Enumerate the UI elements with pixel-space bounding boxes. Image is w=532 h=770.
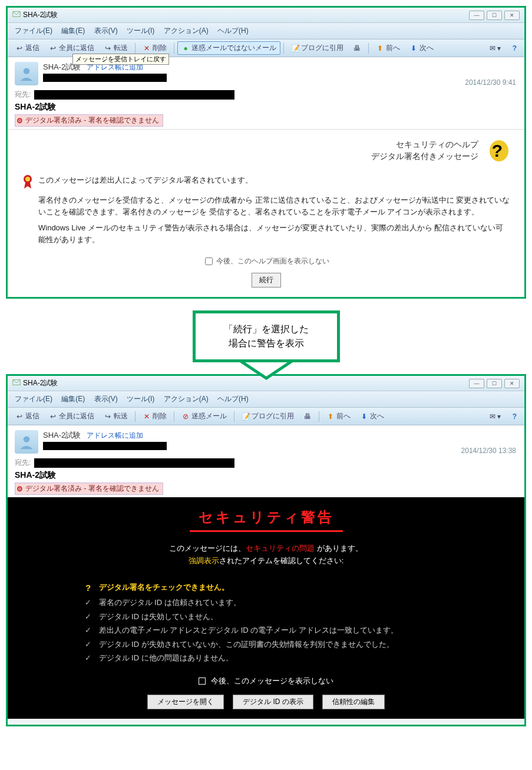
help-button[interactable]: ? — [508, 411, 521, 422]
blog-icon: 📝 — [242, 412, 250, 421]
blog-icon: 📝 — [291, 44, 299, 52]
open-message-button[interactable]: メッセージを開く — [147, 695, 224, 709]
menu-file[interactable]: ファイル(E) — [11, 25, 56, 37]
info-para-2: Windows Live メールのセキュリティ警告が表示される場合は、メッセージ… — [38, 222, 510, 245]
not-junk-button[interactable]: ●迷惑メールではないメール — [177, 41, 280, 55]
issue-text: 署名のデジタル ID は信頼されています。 — [99, 597, 241, 609]
not-junk-icon: ● — [181, 44, 190, 52]
menu-view[interactable]: 表示(V) — [91, 25, 121, 37]
signature-error-icon: ⚙ — [16, 117, 23, 125]
down-arrow-icon: ⬇ — [409, 44, 418, 52]
menu-help[interactable]: ヘルプ(H) — [214, 393, 252, 405]
title-underline — [190, 530, 343, 532]
menu-edit[interactable]: 編集(E) — [58, 25, 88, 37]
issue-text: デジタル ID は失効していません。 — [99, 611, 218, 623]
menu-view[interactable]: 表示(V) — [91, 393, 121, 405]
reply-all-button[interactable]: ↩全員に返信 — [45, 409, 98, 423]
delete-button[interactable]: ✕削除 — [138, 409, 171, 423]
reply-all-button[interactable]: ↩全員に返信 — [45, 41, 98, 55]
continue-button[interactable]: 続行 — [252, 273, 281, 287]
mail-icon — [12, 10, 21, 20]
issue-item: ✓デジタル ID は失効していません。 — [84, 611, 449, 623]
print-button[interactable]: 🖶 — [299, 411, 316, 422]
issue-item: ✓差出人の電子メール アドレスとデジタル ID の電子メール アドレスは一致して… — [84, 624, 449, 636]
toolbar-separator — [368, 43, 369, 54]
options-button[interactable]: ✉▾ — [485, 42, 505, 54]
reply-all-icon: ↩ — [49, 412, 57, 421]
dont-show-warning-checkbox[interactable] — [199, 678, 206, 685]
junk-icon: ⊘ — [181, 412, 190, 421]
help-heading-2: デジタル署名付きメッセージ — [371, 151, 478, 163]
prev-button[interactable]: ⬆前へ — [372, 41, 404, 55]
svg-point-7 — [24, 436, 30, 442]
blog-button[interactable]: 📝ブログに引用 — [237, 409, 298, 423]
menu-edit[interactable]: 編集(E) — [58, 393, 88, 405]
maximize-button[interactable]: ☐ — [487, 11, 502, 20]
email-window-after: SHA-2試験 — ☐ ✕ ファイル(E) 編集(E) 表示(V) ツール(I)… — [6, 374, 526, 726]
menu-action[interactable]: アクション(A) — [160, 25, 212, 37]
dont-show-help-label: 今後、このヘルプ画面を表示しない — [216, 257, 329, 265]
redacted-from-address — [43, 74, 167, 82]
reply-icon: ↩ — [15, 44, 24, 52]
next-button[interactable]: ⬇次へ — [356, 409, 388, 423]
menu-tool[interactable]: ツール(I) — [123, 25, 158, 37]
sender-avatar — [15, 430, 38, 454]
minimize-button[interactable]: — — [469, 11, 484, 20]
sender-avatar — [15, 62, 38, 85]
options-button[interactable]: ✉▾ — [485, 411, 505, 422]
svg-point-1 — [24, 68, 30, 74]
prev-button[interactable]: ⬆前へ — [322, 409, 355, 423]
redacted-from-address — [43, 442, 167, 450]
menu-action[interactable]: アクション(A) — [160, 393, 212, 405]
toolbar-separator — [174, 411, 174, 422]
email-window-before: SHA-2試験 — ☐ ✕ ファイル(E) 編集(E) 表示(V) ツール(I)… — [6, 6, 526, 299]
arrow-label: 「続行」を選択した 場合に警告を表示 — [193, 310, 340, 362]
window-titlebar[interactable]: SHA-2試験 — ☐ ✕ — [8, 8, 524, 23]
forward-button[interactable]: ↪転送 — [100, 409, 132, 423]
forward-button[interactable]: ↪転送 — [100, 41, 132, 55]
menu-file[interactable]: ファイル(E) — [11, 393, 56, 405]
security-warning-panel: セキュリティ警告 このメッセージには、セキュリティの問題 があります。 強調表示… — [8, 497, 524, 719]
toolbar-separator — [135, 43, 136, 54]
window-title: SHA-2試験 — [23, 10, 58, 20]
issue-item: ✓デジタル ID が失効されていないか、この証明書の失効情報を判別できませんでし… — [84, 639, 449, 650]
minimize-button[interactable]: — — [469, 379, 484, 388]
help-icon: ? — [513, 44, 517, 52]
forward-icon: ↪ — [104, 412, 112, 421]
reply-button[interactable]: ↩返信 — [11, 41, 44, 55]
delete-icon: ✕ — [143, 44, 151, 52]
tooltip: メッセージを受信トレイに戻す — [72, 54, 169, 65]
window-title: SHA-2試験 — [23, 378, 58, 388]
close-button[interactable]: ✕ — [504, 379, 520, 388]
show-digital-id-button[interactable]: デジタル ID の表示 — [233, 695, 313, 709]
reply-button[interactable]: ↩返信 — [11, 409, 44, 423]
mail-header: SHA-2試験 アドレス帳に追加 2014/12/30 9:41 宛先: SHA… — [8, 57, 524, 129]
blog-button[interactable]: 📝ブログに引用 — [287, 41, 348, 55]
junk-button[interactable]: ⊘迷惑メール — [177, 409, 231, 423]
toolbar-separator — [234, 411, 234, 422]
signature-error-icon: ⚙ — [16, 485, 23, 493]
menu-help[interactable]: ヘルプ(H) — [214, 25, 252, 37]
delete-button[interactable]: ✕削除 — [138, 41, 171, 55]
mail-subject: SHA-2試験 — [15, 470, 517, 481]
to-label: 宛先: — [15, 458, 31, 468]
security-warning-title: セキュリティ警告 — [22, 508, 510, 527]
redacted-to-address — [34, 458, 234, 468]
help-button[interactable]: ? — [508, 42, 521, 54]
menu-tool[interactable]: ツール(I) — [123, 393, 158, 405]
toolbar: ↩返信 ↩全員に返信 ↪転送 ✕削除 ●迷惑メールではないメール 📝ブログに引用… — [8, 39, 524, 57]
edit-trust-button[interactable]: 信頼性の編集 — [322, 695, 385, 709]
toolbar-separator — [135, 411, 136, 422]
close-button[interactable]: ✕ — [504, 11, 520, 20]
add-to-contacts-link[interactable]: アドレス帳に追加 — [87, 431, 143, 439]
svg-point-5 — [25, 177, 30, 181]
up-arrow-icon: ⬆ — [326, 412, 335, 421]
maximize-button[interactable]: ☐ — [487, 379, 502, 388]
reply-icon: ↩ — [15, 412, 24, 421]
check-mark-icon: ✓ — [84, 597, 93, 609]
print-button[interactable]: 🖶 — [349, 42, 365, 54]
dont-show-help-checkbox[interactable] — [205, 257, 213, 265]
mail-icon — [12, 378, 21, 388]
next-button[interactable]: ⬇次へ — [405, 41, 438, 55]
check-mark-icon: ✓ — [84, 652, 93, 664]
